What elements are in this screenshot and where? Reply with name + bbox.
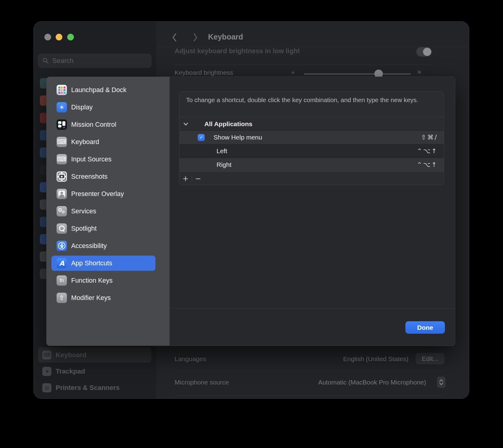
sheet-item-label: Display bbox=[71, 104, 93, 111]
sheet-item-spotlight[interactable]: Spotlight bbox=[51, 221, 155, 236]
sheet-item-label: Spotlight bbox=[71, 225, 97, 233]
checkbox-checked[interactable]: ✓ bbox=[198, 134, 205, 141]
sheet-footer-divider bbox=[170, 308, 455, 308]
sheet-sidebar: Launchpad & Dock ☀ Display Mission Contr… bbox=[47, 77, 170, 346]
app-shortcuts-icon: A bbox=[57, 258, 67, 268]
adjust-brightness-row-label: Adjust keyboard brightness in low light bbox=[175, 47, 300, 55]
keyboard-icon: ⌨ bbox=[42, 350, 51, 360]
function-keys-icon: fn bbox=[57, 275, 67, 286]
microphone-source-value: Automatic (MacBook Pro Microphone) bbox=[318, 379, 426, 386]
sheet-item-presenter-overlay[interactable]: Presenter Overlay bbox=[51, 186, 155, 202]
group-row-all-applications[interactable]: All Applications bbox=[179, 117, 444, 130]
instruction-box: To change a shortcut, double click the k… bbox=[179, 92, 444, 117]
low-light-toggle[interactable] bbox=[416, 47, 432, 57]
sheet-item-screenshots[interactable]: Screenshots bbox=[51, 169, 155, 184]
keyboard-icon: ⌨ bbox=[57, 137, 67, 147]
sheet-item-function-keys[interactable]: fn Function Keys bbox=[51, 273, 155, 288]
mission-control-icon bbox=[57, 119, 67, 130]
trackpad-icon: ☚ bbox=[42, 367, 51, 376]
close-window-button[interactable] bbox=[44, 34, 51, 40]
sheet-item-label: Launchpad & Dock bbox=[71, 86, 127, 94]
shortcuts-table: To change a shortcut, double click the k… bbox=[179, 91, 444, 185]
toggle-knob bbox=[423, 48, 431, 56]
shortcut-label: Left bbox=[217, 147, 227, 155]
services-icon: ⚙ ⚙ bbox=[57, 206, 67, 216]
sheet-item-label: App Shortcuts bbox=[71, 260, 112, 267]
sidebar-item-label: Printers & Scanners bbox=[56, 384, 120, 392]
sheet-item-mission-control[interactable]: Mission Control bbox=[51, 117, 155, 132]
sheet-item-label: Input Sources bbox=[71, 156, 112, 163]
screenshot-stage: Keyboard Adjust keyboard brightness in l… bbox=[0, 0, 503, 448]
keyboard-icon: ⌨ bbox=[57, 154, 67, 164]
shortcut-row-show-help-menu[interactable]: ✓ Show Help menu ⇧⌘/ bbox=[179, 130, 444, 144]
display-icon: ☀ bbox=[57, 102, 67, 112]
sheet-item-app-shortcuts[interactable]: A App Shortcuts bbox=[51, 256, 155, 271]
microphone-source-label: Microphone source bbox=[175, 379, 229, 386]
shortcut-row-right[interactable]: Right ⌃⌥↑ bbox=[179, 158, 444, 171]
app-shortcuts-sheet: Launchpad & Dock ☀ Display Mission Contr… bbox=[46, 77, 455, 346]
sheet-item-services[interactable]: ⚙ ⚙ Services bbox=[51, 204, 155, 219]
search-field[interactable] bbox=[38, 54, 151, 68]
brightness-slider-track[interactable] bbox=[304, 73, 411, 75]
sheet-item-display[interactable]: ☀ Display bbox=[51, 100, 155, 115]
chevron-down-icon bbox=[439, 383, 443, 385]
back-nav-button[interactable] bbox=[171, 33, 178, 42]
shortcut-keys[interactable]: ⇧⌘/ bbox=[421, 134, 438, 141]
sheet-item-label: Function Keys bbox=[71, 277, 113, 284]
sheet-item-label: Services bbox=[71, 208, 96, 215]
search-input[interactable] bbox=[52, 57, 138, 65]
presenter-overlay-icon bbox=[57, 189, 67, 199]
sheet-item-label: Screenshots bbox=[71, 173, 108, 181]
sheet-item-accessibility[interactable]: Accessibility bbox=[51, 238, 155, 253]
row-divider bbox=[175, 395, 444, 396]
zoom-window-button[interactable] bbox=[67, 34, 74, 40]
sheet-item-label: Mission Control bbox=[71, 121, 116, 129]
page-title: Keyboard bbox=[208, 33, 243, 41]
keyboard-brightness-label: Keyboard brightness bbox=[175, 69, 233, 76]
forward-nav-button[interactable] bbox=[192, 33, 199, 42]
launchpad-icon bbox=[57, 85, 67, 95]
sidebar-item-trackpad-background[interactable]: ☚ Trackpad bbox=[38, 364, 151, 379]
shortcut-keys[interactable]: ⌃⌥↑ bbox=[417, 161, 438, 168]
languages-value: English (United States) bbox=[343, 355, 408, 363]
table-footer: + − bbox=[179, 171, 444, 185]
sheet-item-launchpad-dock[interactable]: Launchpad & Dock bbox=[51, 82, 155, 98]
brightness-low-icon: ☀ bbox=[291, 70, 295, 76]
disclosure-chevron-icon[interactable] bbox=[183, 122, 189, 126]
edit-languages-button[interactable]: Edit... bbox=[416, 353, 444, 364]
chevron-up-icon bbox=[439, 379, 443, 382]
search-icon bbox=[43, 58, 49, 64]
sheet-item-label: Modifier Keys bbox=[71, 294, 111, 302]
minimize-window-button[interactable] bbox=[56, 34, 62, 40]
done-button[interactable]: Done bbox=[405, 321, 445, 334]
group-label: All Applications bbox=[204, 120, 252, 128]
sidebar-item-keyboard-background[interactable]: ⌨ Keyboard bbox=[38, 347, 151, 363]
row-divider bbox=[175, 371, 444, 371]
modifier-keys-icon: ⇧ bbox=[57, 293, 67, 303]
accessibility-icon bbox=[57, 241, 67, 251]
microphone-source-select[interactable] bbox=[437, 377, 446, 388]
instruction-text: To change a shortcut, double click the k… bbox=[179, 92, 444, 104]
shortcut-label: Show Help menu bbox=[213, 134, 262, 141]
remove-shortcut-button[interactable]: − bbox=[192, 174, 204, 183]
sheet-item-keyboard[interactable]: ⌨ Keyboard bbox=[51, 134, 155, 150]
header-divider bbox=[156, 47, 469, 47]
add-shortcut-button[interactable]: + bbox=[179, 174, 192, 183]
sheet-item-modifier-keys[interactable]: ⇧ Modifier Keys bbox=[51, 290, 155, 305]
sidebar-item-label: Keyboard bbox=[56, 351, 86, 359]
shortcut-keys[interactable]: ⌃⌥↑ bbox=[417, 147, 438, 155]
sidebar-item-label: Trackpad bbox=[56, 367, 85, 375]
sheet-item-label: Presenter Overlay bbox=[71, 190, 124, 198]
brightness-high-icon: ☀ bbox=[416, 69, 422, 76]
sidebar-item-printers-background[interactable]: ▤ Printers & Scanners bbox=[38, 380, 151, 395]
sheet-item-label: Keyboard bbox=[71, 138, 99, 146]
row-divider bbox=[175, 65, 432, 65]
spotlight-icon bbox=[57, 223, 67, 234]
shortcut-row-left[interactable]: Left ⌃⌥↑ bbox=[179, 144, 444, 158]
shortcut-label: Right bbox=[217, 161, 231, 168]
sheet-item-input-sources[interactable]: ⌨ Input Sources bbox=[51, 152, 155, 167]
screenshots-icon bbox=[57, 171, 67, 182]
sheet-item-label: Accessibility bbox=[71, 242, 107, 250]
printer-icon: ▤ bbox=[42, 383, 51, 392]
languages-label: Languages bbox=[175, 355, 206, 363]
